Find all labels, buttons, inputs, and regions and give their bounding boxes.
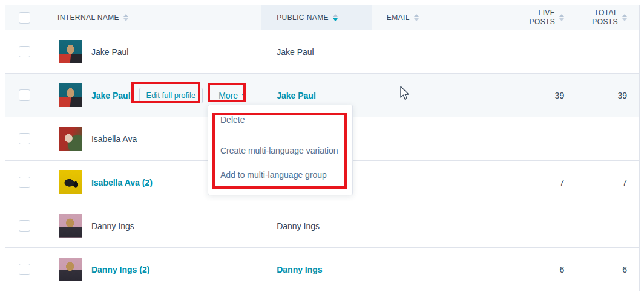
authors-table-page: INTERNAL NAME PUBLIC NAME EMAIL LIVE POS… — [0, 0, 644, 292]
table-row: Danny Ings Danny Ings — [5, 204, 639, 247]
internal-name-link[interactable]: Jake Paul — [91, 47, 128, 57]
menu-item-delete[interactable]: Delete — [208, 114, 352, 126]
more-dropdown-menu: Delete Create multi-language variation A… — [208, 105, 353, 195]
live-posts-value: 39 — [555, 91, 565, 100]
column-header-live-posts[interactable]: LIVE POSTS — [484, 5, 573, 30]
author-avatar — [59, 170, 82, 194]
menu-item-add-to-multi-language-group[interactable]: Add to multi-language group — [208, 169, 352, 181]
total-posts-value: 6 — [622, 265, 627, 274]
author-avatar — [59, 258, 82, 281]
caret-down-icon — [242, 94, 246, 97]
sort-icon-active-desc[interactable] — [333, 14, 338, 21]
internal-name-link[interactable]: Isabella Ava (2) — [91, 178, 153, 187]
author-avatar — [59, 214, 82, 238]
public-name-link[interactable]: Danny Ings — [277, 265, 322, 274]
column-label: INTERNAL NAME — [58, 13, 119, 22]
author-avatar — [59, 40, 82, 63]
edit-full-profile-button[interactable]: Edit full profile — [139, 88, 203, 103]
column-label: LIVE POSTS — [528, 8, 555, 27]
column-header-public-name[interactable]: PUBLIC NAME — [261, 5, 372, 30]
sort-icon[interactable] — [622, 14, 627, 21]
live-posts-value: 6 — [559, 265, 564, 274]
header-select-all-cell — [5, 5, 39, 30]
row-checkbox[interactable] — [19, 177, 30, 188]
column-label: EMAIL — [387, 13, 410, 22]
row-checkbox[interactable] — [19, 264, 30, 275]
table-header-row: INTERNAL NAME PUBLIC NAME EMAIL LIVE POS… — [5, 5, 639, 30]
more-label: More — [218, 91, 238, 100]
menu-item-create-multi-language-variation[interactable]: Create multi-language variation — [208, 144, 352, 157]
menu-divider — [208, 137, 352, 137]
row-checkbox[interactable] — [19, 133, 30, 144]
row-checkbox[interactable] — [19, 89, 30, 101]
sort-icon[interactable] — [559, 14, 564, 21]
column-header-internal-name[interactable]: INTERNAL NAME — [39, 5, 261, 30]
public-name: Danny Ings — [277, 221, 320, 231]
author-avatar — [59, 127, 82, 151]
table-row: Danny Ings (2) Danny Ings 6 6 — [5, 247, 639, 291]
sort-icon[interactable] — [123, 14, 128, 21]
internal-name-link[interactable]: Jake Paul — [91, 91, 131, 100]
row-checkbox[interactable] — [19, 220, 30, 232]
internal-name-link[interactable]: Danny Ings — [91, 221, 134, 231]
author-avatar — [59, 83, 82, 107]
total-posts-value: 39 — [617, 91, 627, 100]
column-label: PUBLIC NAME — [277, 13, 329, 22]
live-posts-value: 7 — [559, 178, 564, 187]
column-header-total-posts[interactable]: TOTAL POSTS — [573, 5, 639, 30]
table-row: Jake Paul Jake Paul — [5, 30, 639, 73]
column-label: TOTAL POSTS — [589, 8, 618, 27]
column-header-email[interactable]: EMAIL — [372, 5, 484, 30]
row-checkbox[interactable] — [19, 46, 30, 57]
public-name-link[interactable]: Jake Paul — [277, 91, 316, 100]
internal-name-link[interactable]: Isabella Ava — [91, 134, 137, 144]
public-name: Jake Paul — [277, 47, 314, 57]
sort-icon[interactable] — [414, 14, 419, 21]
select-all-checkbox[interactable] — [19, 12, 30, 24]
total-posts-value: 7 — [622, 178, 627, 187]
internal-name-link[interactable]: Danny Ings (2) — [91, 265, 150, 274]
more-dropdown-button[interactable]: More — [218, 91, 246, 100]
